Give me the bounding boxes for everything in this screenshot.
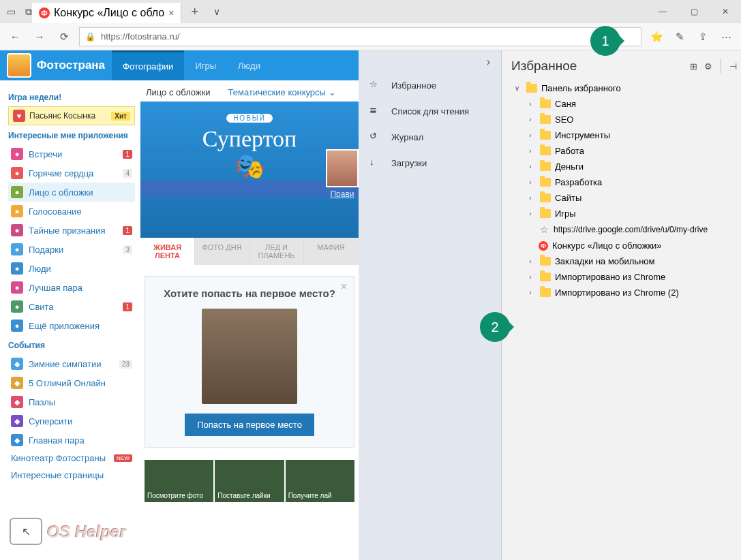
pin-icon[interactable]: ⊣ bbox=[729, 61, 737, 72]
chevron-right-icon: › bbox=[525, 163, 536, 170]
hub-reading-list[interactable]: ≣ Список для чтения bbox=[359, 98, 501, 124]
tab-ice-fire[interactable]: ЛЕД И ПЛАМЕНЬ bbox=[249, 238, 304, 265]
chevron-right-icon: › bbox=[525, 289, 536, 296]
sidebar-event-1[interactable]: ◆5 Отличий Онлайн bbox=[8, 373, 135, 392]
promo-close-icon[interactable]: × bbox=[341, 281, 347, 293]
minimize-button[interactable]: — bbox=[647, 0, 678, 23]
fav-sibling-1[interactable]: ›Импортировано из Chrome bbox=[511, 269, 737, 285]
sidebar-app-7[interactable]: ●Лучшая пара bbox=[8, 278, 135, 297]
badge: 1 bbox=[123, 150, 132, 159]
sidebar-event-3[interactable]: ◆Суперсити bbox=[8, 411, 135, 431]
fav-link-drive[interactable]: ☆ https://drive.google.com/drive/u/0/my-… bbox=[511, 221, 737, 238]
browser-tab[interactable]: Ф Конкурс «Лицо с обло × bbox=[32, 3, 181, 23]
nav-people[interactable]: Люди bbox=[227, 50, 271, 80]
lock-icon: 🔒 bbox=[85, 32, 95, 42]
sidebar-app-3[interactable]: ●Голосование bbox=[8, 202, 135, 221]
sidebar-pages[interactable]: Интересные страницы bbox=[8, 467, 135, 484]
fav-sibling-2[interactable]: ›Импортировано из Chrome (2) bbox=[511, 285, 737, 300]
settings-icon[interactable]: ⚙ bbox=[704, 61, 712, 72]
fav-root[interactable]: ∨ Панель избранного bbox=[511, 80, 737, 96]
fav-folder-1[interactable]: ›SEO bbox=[511, 112, 737, 127]
folder-icon bbox=[540, 257, 551, 266]
chevron-right-icon: › bbox=[525, 100, 536, 108]
banner-rules-link[interactable]: Прави bbox=[330, 189, 354, 199]
callout-2: 2 bbox=[480, 312, 510, 342]
subnav-themed[interactable]: Тематические конкурсы ⌄ bbox=[228, 87, 336, 97]
folder-icon bbox=[540, 288, 551, 297]
sidebar-app-5[interactable]: ●Подарки3 bbox=[8, 240, 135, 259]
hub-collapse-icon[interactable]: › bbox=[487, 56, 490, 67]
hub-downloads[interactable]: ↓ Загрузки bbox=[359, 150, 501, 176]
back-button[interactable]: ← bbox=[5, 27, 25, 46]
strip-3[interactable]: Получите лай bbox=[286, 460, 354, 502]
panel-icon[interactable]: ▭ bbox=[7, 6, 16, 17]
folder-icon bbox=[540, 115, 551, 124]
new-tab-button[interactable]: + bbox=[181, 5, 208, 19]
tab-mafia[interactable]: МАФИЯ bbox=[304, 238, 359, 265]
fav-folder-4[interactable]: ›Деньги bbox=[511, 159, 737, 174]
share-button[interactable]: ⇪ bbox=[693, 27, 712, 46]
maximize-button[interactable]: ▢ bbox=[678, 0, 710, 23]
chevron-right-icon: › bbox=[525, 147, 536, 155]
subnav-cover[interactable]: Лицо с обложки bbox=[146, 87, 211, 97]
sidebar-event-0[interactable]: ◆Зимние симпатии23 bbox=[8, 354, 135, 373]
fav-folder-0[interactable]: ›Саня bbox=[511, 96, 737, 112]
app-icon: ● bbox=[11, 186, 23, 198]
callout-1: 1 bbox=[590, 26, 620, 56]
badge: 4 bbox=[123, 169, 132, 178]
fav-folder-7[interactable]: ›Игры bbox=[511, 206, 737, 221]
url-input[interactable]: 🔒 https://fotostrana.ru/ bbox=[79, 27, 641, 46]
banner-title: Супертоп bbox=[140, 126, 359, 152]
fav-folder-2[interactable]: ›Инструменты bbox=[511, 127, 737, 143]
tabs-icon[interactable]: ⧉ bbox=[25, 6, 32, 18]
tab-photo-day[interactable]: ФОТО ДНЯ bbox=[195, 238, 249, 265]
sidebar-app-0[interactable]: ●Встречи1 bbox=[8, 144, 135, 164]
chevron-right-icon: › bbox=[525, 178, 536, 186]
app-icon: ● bbox=[11, 224, 23, 236]
hub-favorites[interactable]: ☆ Избранное bbox=[359, 72, 501, 98]
add-folder-icon[interactable]: ⊞ bbox=[690, 61, 697, 72]
nav-photos[interactable]: Фотографии bbox=[112, 50, 184, 80]
fav-folder-5[interactable]: ›Разработка bbox=[511, 174, 737, 190]
forward-button[interactable]: → bbox=[30, 27, 49, 46]
cards-icon: ♥ bbox=[13, 110, 25, 122]
event-icon: ◆ bbox=[11, 396, 23, 408]
tab-close-icon[interactable]: × bbox=[168, 7, 174, 18]
refresh-button[interactable]: ⟳ bbox=[55, 27, 74, 46]
site-brand[interactable]: Фотострана bbox=[37, 59, 105, 72]
sidebar-app-9[interactable]: ●Ещё приложения bbox=[8, 316, 135, 335]
site-logo-icon[interactable] bbox=[7, 53, 31, 78]
page-content: Фотострана Фотографии Игры Люди Игра нед… bbox=[0, 50, 359, 560]
fav-link-contest[interactable]: Ф Конкурс «Лицо с обложки» bbox=[511, 238, 737, 253]
sidebar-app-2[interactable]: ●Лицо с обложки bbox=[8, 183, 135, 202]
more-button[interactable]: ⋯ bbox=[716, 27, 736, 46]
nav-games[interactable]: Игры bbox=[184, 50, 227, 80]
supertop-banner[interactable]: НОВЫЙ Супертоп 🎭 Прави bbox=[140, 102, 359, 238]
strip-2[interactable]: Поставьте лайки bbox=[215, 460, 284, 502]
favorites-star-button[interactable]: ⭐ bbox=[647, 27, 666, 46]
folder-icon bbox=[540, 162, 551, 171]
sidebar-cinema[interactable]: Кинотеатр Фотостраны NEW bbox=[8, 450, 135, 467]
site-sidebar: Игра недели! ♥ Пасьянс Косынка Хит Интер… bbox=[0, 80, 140, 502]
sidebar-hit-game[interactable]: ♥ Пасьянс Косынка Хит bbox=[8, 106, 135, 125]
sidebar-app-4[interactable]: ●Тайные признания1 bbox=[8, 221, 135, 240]
fav-sibling-0[interactable]: ›Закладки на мобильном bbox=[511, 253, 737, 269]
fav-folder-3[interactable]: ›Работа bbox=[511, 143, 737, 159]
notes-button[interactable]: ✎ bbox=[670, 27, 689, 46]
sidebar-app-1[interactable]: ●Горячие сердца4 bbox=[8, 164, 135, 183]
sidebar-event-2[interactable]: ◆Пазлы bbox=[8, 392, 135, 411]
strip-1[interactable]: Посмотрите фото bbox=[145, 460, 213, 502]
close-button[interactable]: ✕ bbox=[710, 0, 741, 23]
promo-card: × Хотите попасть на первое место? Попаст… bbox=[145, 276, 354, 448]
tab-live[interactable]: ЖИВАЯ ЛЕНТА bbox=[140, 238, 195, 265]
fav-folder-6[interactable]: ›Сайты bbox=[511, 190, 737, 206]
tab-tools-icon[interactable]: ∨ bbox=[213, 6, 220, 17]
hub-history[interactable]: ↺ Журнал bbox=[359, 124, 501, 150]
photo-strip: Посмотрите фото Поставьте лайки Получите… bbox=[145, 460, 354, 502]
sidebar-event-4[interactable]: ◆Главная пара bbox=[8, 431, 135, 450]
banner-avatar[interactable] bbox=[326, 149, 359, 187]
sidebar-app-6[interactable]: ●Люди bbox=[8, 259, 135, 278]
promo-button[interactable]: Попасть на первое место bbox=[185, 414, 314, 436]
sidebar-app-8[interactable]: ●Свита1 bbox=[8, 297, 135, 316]
chevron-right-icon: › bbox=[525, 194, 536, 202]
